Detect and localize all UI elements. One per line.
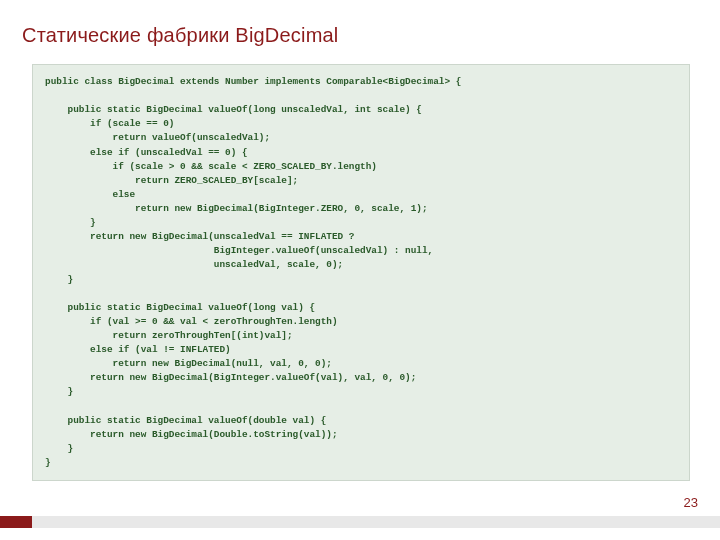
footer-bar: [0, 516, 720, 528]
page-number: 23: [684, 495, 698, 510]
footer-accent: [0, 516, 32, 528]
slide-title: Статические фабрики BigDecimal: [22, 24, 339, 47]
footer-track: [32, 516, 720, 528]
code-block: public class BigDecimal extends Number i…: [32, 64, 690, 481]
